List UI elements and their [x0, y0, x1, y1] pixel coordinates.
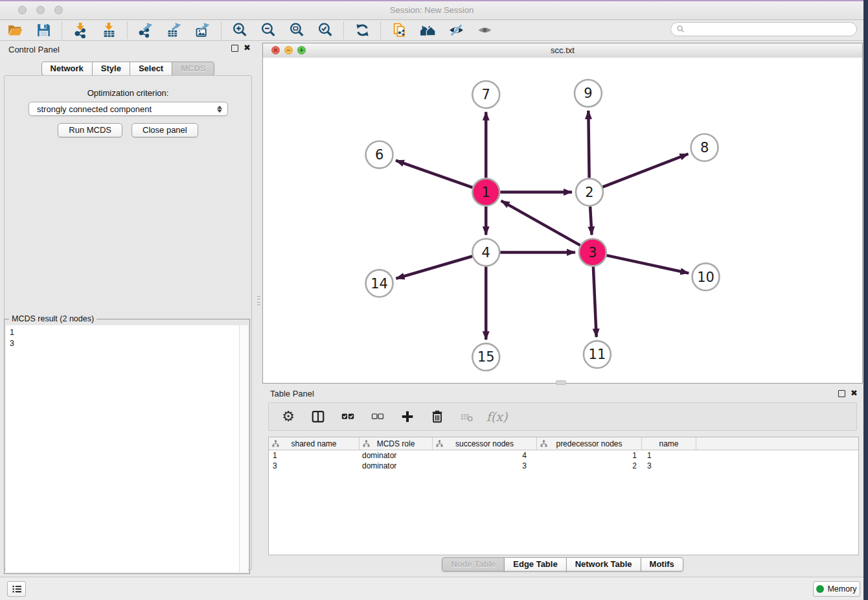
- zoom-fit-icon[interactable]: [288, 21, 306, 39]
- graph-node-9[interactable]: 9: [575, 80, 602, 107]
- table-row[interactable]: 3dominator323: [269, 461, 858, 471]
- graph-node-1[interactable]: 1: [472, 179, 499, 206]
- graph-node-15[interactable]: 15: [472, 343, 499, 371]
- float-panel-icon[interactable]: [231, 45, 238, 52]
- mcds-result-title: MCDS result (2 nodes): [9, 314, 97, 323]
- search-icon: [676, 25, 685, 34]
- column-header-shared-name[interactable]: shared name: [269, 437, 360, 450]
- hide-panel-icon[interactable]: [448, 21, 465, 39]
- import-network-icon[interactable]: [72, 21, 89, 39]
- status-bar: Memory: [0, 577, 863, 600]
- edge-2-8[interactable]: [602, 154, 688, 187]
- task-history-button[interactable]: [7, 581, 26, 597]
- refresh-layout-icon[interactable]: [354, 21, 371, 39]
- save-session-icon[interactable]: [35, 21, 52, 39]
- zoom-in-icon[interactable]: [231, 21, 249, 39]
- graph-node-14[interactable]: 14: [366, 270, 393, 297]
- zoom-out-icon[interactable]: [260, 21, 277, 39]
- graph-node-7[interactable]: 7: [472, 81, 499, 108]
- unselect-all-columns-icon[interactable]: [370, 409, 385, 424]
- table-row[interactable]: 1dominator411: [269, 450, 858, 461]
- optimization-criterion-label: Optimization criterion:: [0, 88, 256, 98]
- tab-select[interactable]: Select: [130, 62, 172, 76]
- criterion-dropdown[interactable]: strongly connected component: [29, 102, 228, 116]
- column-header-name[interactable]: name: [642, 437, 696, 450]
- run-mcds-button[interactable]: Run MCDS: [58, 123, 122, 137]
- close-panel-icon[interactable]: ✖: [244, 44, 251, 52]
- column-view-icon[interactable]: [310, 409, 326, 424]
- tab-edge-table[interactable]: Edge Table: [504, 557, 566, 571]
- duplicate-network-icon[interactable]: [391, 21, 408, 39]
- memory-label: Memory: [827, 584, 856, 594]
- control-panel: Control Panel ✖ NetworkStyleSelectMCDS O…: [0, 40, 256, 577]
- toolbar-separator: [221, 22, 222, 39]
- edge-2-3[interactable]: [590, 207, 591, 235]
- desktop: Session: New Session Control Panel ✖ Net…: [0, 0, 868, 600]
- graph-node-11[interactable]: 11: [584, 341, 611, 368]
- edge-2-9[interactable]: [588, 111, 589, 178]
- table-cell[interactable]: 4: [433, 451, 537, 460]
- memory-button[interactable]: Memory: [813, 581, 860, 597]
- open-file-icon[interactable]: [6, 21, 24, 39]
- graph-node-6[interactable]: 6: [366, 141, 393, 168]
- tab-style[interactable]: Style: [92, 62, 130, 76]
- search-input[interactable]: [688, 24, 856, 34]
- mcds-result-item[interactable]: 1: [10, 327, 239, 338]
- tab-network-table[interactable]: Network Table: [566, 557, 641, 571]
- network-view-window: ✕ − + scc.txt 7968124310141511: [262, 43, 863, 384]
- column-header-predecessor-nodes[interactable]: predecessor nodes: [537, 437, 642, 450]
- export-table-icon[interactable]: [166, 21, 183, 39]
- table-cell[interactable]: 3: [269, 461, 360, 470]
- table-cell[interactable]: 3: [433, 461, 537, 470]
- tab-mcds[interactable]: MCDS: [172, 62, 214, 76]
- export-image-icon[interactable]: [194, 21, 212, 39]
- tab-motifs[interactable]: Motifs: [641, 557, 683, 571]
- criterion-dropdown-value: strongly connected component: [37, 104, 217, 114]
- close-table-panel-icon[interactable]: ✖: [851, 389, 858, 397]
- close-panel-button[interactable]: Close panel: [131, 123, 198, 137]
- network-home-icon[interactable]: [419, 21, 437, 39]
- table-cell[interactable]: dominator: [360, 451, 433, 460]
- graph-node-10[interactable]: 10: [692, 263, 720, 290]
- column-header-MCDS-role[interactable]: MCDS role: [360, 437, 433, 450]
- result-scrollbar[interactable]: [239, 325, 248, 572]
- network-canvas[interactable]: 7968124310141511: [263, 58, 862, 383]
- graph-node-8[interactable]: 8: [691, 134, 718, 161]
- graph-node-3[interactable]: 3: [579, 238, 606, 266]
- mcds-result-list[interactable]: 13: [6, 325, 239, 572]
- function-builder-icon: f(x): [489, 409, 505, 424]
- edge-3-10[interactable]: [606, 255, 689, 273]
- export-network-icon[interactable]: [137, 21, 155, 39]
- zoom-selected-icon[interactable]: [317, 21, 334, 39]
- table-cell[interactable]: 2: [537, 461, 642, 470]
- select-all-columns-icon[interactable]: [340, 409, 356, 424]
- edge-3-1[interactable]: [501, 201, 580, 246]
- svg-text:11: 11: [589, 347, 606, 362]
- import-table-icon[interactable]: [100, 21, 118, 39]
- graph-node-4[interactable]: 4: [472, 238, 499, 266]
- edge-4-14[interactable]: [396, 256, 472, 278]
- settings-gear-icon[interactable]: ⚙: [280, 409, 296, 424]
- table-cell[interactable]: 1: [537, 451, 642, 460]
- tab-node-table[interactable]: Node Table: [442, 557, 505, 571]
- table-cell[interactable]: dominator: [360, 461, 433, 470]
- edge-3-11[interactable]: [593, 266, 597, 337]
- float-table-panel-icon[interactable]: [838, 390, 845, 397]
- table-toolbar: ⚙f(x): [268, 402, 857, 431]
- table-cell[interactable]: 1: [642, 451, 696, 460]
- delete-column-icon[interactable]: [429, 409, 445, 424]
- column-header-successor-nodes[interactable]: successor nodes: [433, 437, 537, 450]
- mcds-result-item[interactable]: 3: [10, 338, 239, 349]
- tab-network[interactable]: Network: [41, 62, 93, 76]
- svg-text:15: 15: [477, 349, 495, 365]
- edge-1-6[interactable]: [396, 161, 472, 188]
- graph-node-2[interactable]: 2: [576, 179, 603, 206]
- network-window-title: scc.txt: [263, 45, 862, 55]
- svg-text:7: 7: [482, 87, 490, 102]
- table-panel-header: Table Panel ✖: [262, 384, 863, 400]
- add-column-icon[interactable]: [400, 409, 415, 424]
- table-tabs: Node TableEdge TableNetwork TableMotifs: [262, 557, 863, 571]
- table-cell[interactable]: 1: [269, 451, 360, 460]
- panel-splitter[interactable]: [256, 40, 262, 577]
- table-cell[interactable]: 3: [642, 461, 696, 470]
